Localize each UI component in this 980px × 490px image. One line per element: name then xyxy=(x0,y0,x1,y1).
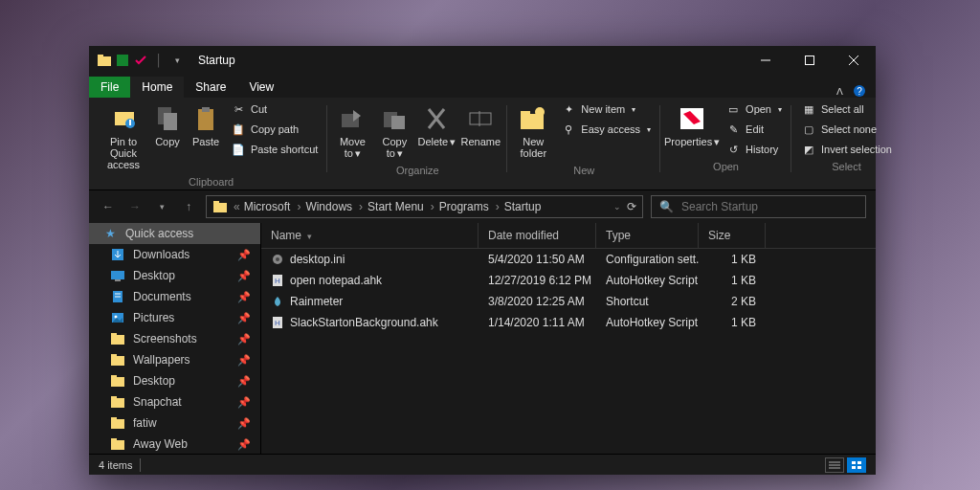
copy-path-button[interactable]: 📋Copy path xyxy=(227,120,322,139)
tab-file[interactable]: File xyxy=(89,77,130,98)
easy-access-icon: ⚲ xyxy=(561,122,576,137)
paste-icon xyxy=(190,103,221,134)
sidebar-quick-access[interactable]: ★ Quick access xyxy=(89,223,260,244)
scissors-icon: ✂ xyxy=(231,101,246,117)
svg-text:?: ? xyxy=(857,86,862,97)
sidebar-item[interactable]: Away Web📌 xyxy=(89,434,260,454)
svg-rect-58 xyxy=(852,461,856,464)
crumb[interactable]: Startup xyxy=(504,200,542,213)
col-date[interactable]: Date modified xyxy=(479,223,596,248)
refresh-button[interactable]: ⟳ xyxy=(627,200,636,213)
crumb[interactable]: Programs xyxy=(439,200,489,213)
minimize-button[interactable] xyxy=(744,46,788,75)
copy-button[interactable]: Copy xyxy=(150,100,185,151)
select-none-button[interactable]: ▢Select none xyxy=(797,120,896,139)
recent-dropdown[interactable]: ▾ xyxy=(152,197,171,216)
down-icon xyxy=(110,247,125,262)
edit-button[interactable]: ✎Edit xyxy=(722,120,786,139)
ribbon-tabs: File Home Share View ᐱ ? xyxy=(89,75,876,98)
sidebar: ★ Quick access Downloads📌Desktop📌Documen… xyxy=(89,223,261,454)
crumb[interactable]: Microsoft xyxy=(244,200,291,213)
paste-button[interactable]: Paste xyxy=(189,100,223,151)
paste-shortcut-button[interactable]: 📄Paste shortcut xyxy=(227,140,322,159)
move-to-button[interactable]: Move to▾ xyxy=(333,100,371,163)
new-folder-button[interactable]: New folder xyxy=(513,100,553,163)
up-button[interactable]: ↑ xyxy=(179,197,198,216)
tab-share[interactable]: Share xyxy=(184,77,237,98)
crumb[interactable]: Windows xyxy=(305,200,352,213)
file-icon xyxy=(271,253,284,266)
svg-rect-46 xyxy=(111,417,117,420)
col-name[interactable]: Name xyxy=(261,223,479,248)
invert-selection-button[interactable]: ◩Invert selection xyxy=(797,140,896,159)
cut-button[interactable]: ✂Cut xyxy=(227,100,322,119)
qat-dropdown-icon[interactable]: ▾ xyxy=(169,53,185,68)
folder-icon xyxy=(212,200,228,213)
help-icon[interactable]: ? xyxy=(853,84,866,98)
crumb[interactable]: Start Menu xyxy=(368,200,424,213)
group-label-organize: Organize xyxy=(396,163,439,178)
back-button[interactable]: ← xyxy=(99,197,118,216)
table-row[interactable]: Rainmeter3/8/2020 12:25 AMShortcut2 KB xyxy=(261,291,876,312)
search-input[interactable] xyxy=(681,200,858,213)
new-item-button[interactable]: ✦New item▾ xyxy=(557,100,655,119)
qat-check-icon[interactable] xyxy=(133,53,148,68)
properties-button[interactable]: Properties▾ xyxy=(666,100,718,151)
svg-rect-2 xyxy=(117,55,128,66)
quick-access-toolbar: │ ▾ xyxy=(89,53,185,68)
sidebar-item[interactable]: Desktop📌 xyxy=(89,265,260,286)
easy-access-button[interactable]: ⚲Easy access▾ xyxy=(557,120,655,139)
qat-save-icon[interactable] xyxy=(115,53,130,68)
sidebar-item[interactable]: Screenshots📌 xyxy=(89,328,260,349)
desk-icon xyxy=(110,268,125,283)
sidebar-item[interactable]: Desktop📌 xyxy=(89,370,260,391)
statusbar: 4 items xyxy=(89,454,876,475)
open-button[interactable]: ▭Open▾ xyxy=(722,100,786,119)
forward-button[interactable]: → xyxy=(125,197,145,216)
col-size[interactable]: Size xyxy=(699,223,766,248)
group-label-select: Select xyxy=(832,159,861,174)
breadcrumb[interactable]: « Microsoft› Windows› Start Menu› Progra… xyxy=(206,195,643,218)
col-type[interactable]: Type xyxy=(596,223,699,248)
icons-view-button[interactable] xyxy=(847,457,866,473)
pin-quick-access-button[interactable]: Pin to Quick access xyxy=(100,100,146,174)
sidebar-item[interactable]: Downloads📌 xyxy=(89,244,260,265)
tab-home[interactable]: Home xyxy=(130,77,184,98)
tab-view[interactable]: View xyxy=(237,77,285,98)
pin-icon: 📌 xyxy=(237,312,251,324)
sidebar-item[interactable]: Wallpapers📌 xyxy=(89,349,260,370)
svg-rect-18 xyxy=(391,116,405,129)
svg-point-50 xyxy=(276,257,279,261)
delete-button[interactable]: Delete▾ xyxy=(417,100,456,151)
maximize-button[interactable] xyxy=(788,46,832,75)
details-view-button[interactable] xyxy=(825,457,844,473)
titlebar: │ ▾ Startup xyxy=(89,46,876,75)
table-row[interactable]: HSlackStartonBackground.ahk1/14/2020 1:1… xyxy=(261,312,876,333)
sidebar-item[interactable]: Documents📌 xyxy=(89,286,260,307)
folder-icon xyxy=(110,373,125,389)
pin-icon: 📌 xyxy=(237,333,251,345)
svg-rect-48 xyxy=(111,438,117,441)
pin-icon: 📌 xyxy=(237,270,251,282)
sidebar-item-label: Pictures xyxy=(133,311,174,324)
folder-icon xyxy=(110,436,125,452)
breadcrumb-dropdown-icon[interactable]: ⌄ xyxy=(613,202,621,212)
sidebar-item[interactable]: Pictures📌 xyxy=(89,307,260,328)
item-count: 4 items xyxy=(99,459,132,471)
column-headers: Name Date modified Type Size xyxy=(261,223,876,249)
copy-to-button[interactable]: Copy to▾ xyxy=(375,100,413,163)
select-all-button[interactable]: ▦Select all xyxy=(797,100,896,119)
history-button[interactable]: ↺History xyxy=(722,140,786,159)
rename-button[interactable]: Rename xyxy=(459,100,501,151)
sidebar-item[interactable]: Snapchat📌 xyxy=(89,391,260,412)
window-title: Startup xyxy=(198,54,235,67)
table-row[interactable]: desktop.ini5/4/2020 11:50 AMConfiguratio… xyxy=(261,249,876,270)
properties-icon xyxy=(677,103,707,134)
folder-icon xyxy=(110,394,125,410)
ribbon-collapse-icon[interactable]: ᐱ xyxy=(836,86,843,97)
folder-icon xyxy=(110,415,125,431)
sidebar-item[interactable]: fatiw📌 xyxy=(89,412,260,434)
table-row[interactable]: Hopen notepad.ahk12/27/2019 6:12 PMAutoH… xyxy=(261,270,876,291)
close-button[interactable] xyxy=(832,46,876,75)
searchbox[interactable]: 🔍 xyxy=(651,195,866,218)
